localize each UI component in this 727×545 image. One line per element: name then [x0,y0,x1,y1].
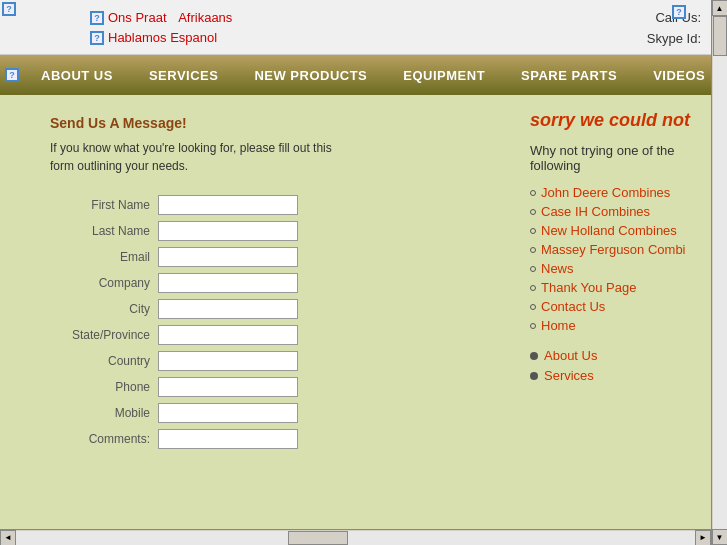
top-bar: ? ? Ons Praat Afrikaans ? Hablamos Espan… [0,0,711,55]
hablamos-text: Hablamos Espanol [108,30,217,45]
ons-praat-icon: ? [90,11,104,25]
link-massey[interactable]: Massey Ferguson Combi [541,242,686,257]
input-last-name[interactable] [158,221,298,241]
list-item-thank-you: Thank You Page [530,280,701,295]
hablamos-icon: ? [90,31,104,45]
list-item-services-bottom: Services [530,368,701,383]
input-first-name[interactable] [158,195,298,215]
afrikaans-text: Afrikaans [178,10,232,25]
skype-label: Skype Id: [647,29,701,50]
list-item-about-us-bottom: About Us [530,348,701,363]
label-city: City [50,302,150,316]
right-links-list: John Deere Combines Case IH Combines New… [530,185,701,333]
form-row-comments: Comments: [50,429,500,449]
bullet-icon [530,285,536,291]
nav-item-videos[interactable]: VIDEOS [635,68,711,83]
navigation-bar: ? ABOUT US SERVICES NEW PRODUCTS EQUIPME… [0,55,711,95]
bullet-icon-big [530,352,538,360]
input-state-province[interactable] [158,325,298,345]
form-row-first-name: First Name [50,195,500,215]
bullet-icon [530,266,536,272]
scroll-down-button[interactable]: ▼ [712,529,728,545]
nav-item-services[interactable]: SERVICES [131,68,237,83]
main-content: ? ? Ons Praat Afrikaans ? Hablamos Espan… [0,0,711,529]
link-news[interactable]: News [541,261,574,276]
link-about-us-bottom[interactable]: About Us [544,348,597,363]
list-item-contact-us: Contact Us [530,299,701,314]
nav-item-new-products[interactable]: NEW PRODUCTS [236,68,385,83]
label-phone: Phone [50,380,150,394]
input-email[interactable] [158,247,298,267]
nav-item-equipment[interactable]: EQUIPMENT [385,68,503,83]
scroll-track-horizontal [16,531,695,545]
link-case-ih[interactable]: Case IH Combines [541,204,650,219]
scroll-left-button[interactable]: ◄ [0,530,16,546]
bottom-links-list: About Us Services [530,348,701,383]
bullet-icon [530,323,536,329]
form-row-email: Email [50,247,500,267]
input-city[interactable] [158,299,298,319]
form-title: Send Us A Message! [50,115,500,131]
list-item-news: News [530,261,701,276]
link-contact-us[interactable]: Contact Us [541,299,605,314]
input-comments[interactable] [158,429,298,449]
content-area: Send Us A Message! If you know what you'… [0,95,711,529]
label-first-name: First Name [50,198,150,212]
link-new-holland[interactable]: New Holland Combines [541,223,677,238]
right-section: sorry we could not Why not trying one of… [520,95,711,529]
nav-item-spare-parts[interactable]: SPARE PARTS [503,68,635,83]
input-company[interactable] [158,273,298,293]
bullet-icon [530,190,536,196]
list-item-massey: Massey Ferguson Combi [530,242,701,257]
form-row-company: Company [50,273,500,293]
vertical-scrollbar[interactable]: ▲ ▼ [711,0,727,545]
help-icon-topright: ? [672,5,686,19]
form-row-mobile: Mobile [50,403,500,423]
scroll-thumb-vertical[interactable] [713,16,727,56]
form-section: Send Us A Message! If you know what you'… [0,95,520,529]
link-home[interactable]: Home [541,318,576,333]
sorry-text: sorry we could not [530,110,701,131]
scroll-thumb-horizontal[interactable] [288,531,348,545]
link-john-deere[interactable]: John Deere Combines [541,185,670,200]
label-country: Country [50,354,150,368]
input-mobile[interactable] [158,403,298,423]
label-comments: Comments: [50,432,150,446]
bullet-icon [530,304,536,310]
form-row-state: State/Province [50,325,500,345]
list-item-case-ih: Case IH Combines [530,204,701,219]
bullet-icon [530,228,536,234]
form-description: If you know what you're looking for, ple… [50,139,500,175]
nav-item-about-us[interactable]: ABOUT US [23,68,131,83]
list-item-new-holland: New Holland Combines [530,223,701,238]
link-thank-you[interactable]: Thank You Page [541,280,636,295]
scroll-up-button[interactable]: ▲ [712,0,728,16]
form-row-last-name: Last Name [50,221,500,241]
scroll-track-vertical [713,16,727,529]
list-item-home: Home [530,318,701,333]
input-country[interactable] [158,351,298,371]
form-row-country: Country [50,351,500,371]
bullet-icon [530,247,536,253]
label-last-name: Last Name [50,224,150,238]
ons-praat-text: Ons Praat [108,10,167,25]
why-not-text: Why not trying one of the following [530,143,701,173]
bullet-icon [530,209,536,215]
list-item-john-deere: John Deere Combines [530,185,701,200]
form-row-phone: Phone [50,377,500,397]
label-email: Email [50,250,150,264]
label-mobile: Mobile [50,406,150,420]
form-row-city: City [50,299,500,319]
bullet-icon-big [530,372,538,380]
label-state-province: State/Province [50,328,150,342]
ons-praat-link[interactable]: ? Ons Praat Afrikaans [90,10,232,25]
link-services-bottom[interactable]: Services [544,368,594,383]
hablamos-link[interactable]: ? Hablamos Espanol [90,30,232,45]
horizontal-scrollbar[interactable]: ◄ ► [0,529,711,545]
help-icon-nav: ? [5,68,19,82]
input-phone[interactable] [158,377,298,397]
label-company: Company [50,276,150,290]
scroll-right-button[interactable]: ► [695,530,711,546]
help-icon-topleft: ? [2,2,16,16]
